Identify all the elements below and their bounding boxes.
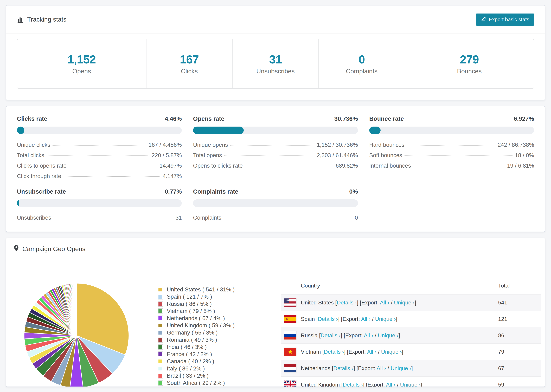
export-unique-link[interactable]: Unique › <box>394 300 415 306</box>
rates-grid: Clicks rate4.46%Unique clicks167 / 4.456… <box>17 115 534 225</box>
rate-section-title: Bounce rate <box>369 115 404 122</box>
rate-detail-label: Click through rate <box>17 173 61 179</box>
stat-label: Clicks <box>181 68 198 75</box>
bracket-text: ] <box>415 300 416 306</box>
bracket-text: ] <box>363 382 366 387</box>
rate-detail-row: Clicks to opens rate14.497% <box>17 162 182 169</box>
export-unique-link[interactable]: Unique › <box>375 316 396 322</box>
bracket-text: ] <box>399 332 400 338</box>
legend-item: South Africa ( 29 / 2% ) <box>158 379 235 386</box>
export-unique-link[interactable]: Unique › <box>378 332 399 338</box>
country-name: United Kingdom <box>301 382 341 387</box>
rate-detail-row: Hard bounces242 / 86.738% <box>369 142 534 148</box>
rate-detail-value: 14.497% <box>160 162 182 169</box>
legend-item: Romania ( 49 / 3% ) <box>158 336 235 343</box>
details-link[interactable]: Details › <box>343 382 363 387</box>
table-row: Spain [Details ›] [Export: All › / Uniqu… <box>281 311 541 327</box>
progress-bar <box>369 126 534 134</box>
table-row: United Kingdom [Details ›] [Export: All … <box>281 376 541 387</box>
rate-section: Clicks rate4.46%Unique clicks167 / 4.456… <box>17 115 182 183</box>
bracket-text: ] <box>341 332 344 338</box>
rate-detail-value: 31 <box>176 215 182 221</box>
export-all-link[interactable]: All › <box>364 332 373 338</box>
separator-text: / <box>396 382 400 387</box>
rate-detail-label: Total clicks <box>17 152 44 159</box>
stat-value: 1,152 <box>68 53 96 66</box>
geo-opens-pie-chart <box>23 282 130 387</box>
rates-card: Clicks rate4.46%Unique clicks167 / 4.456… <box>6 106 545 232</box>
stat-label: Bounces <box>457 68 482 75</box>
geo-opens-card: Campaign Geo Opens United States ( 541 /… <box>6 238 545 387</box>
country-flag-es <box>284 315 296 323</box>
legend-swatch <box>158 337 163 343</box>
rate-section-head: Bounce rate6.927% <box>369 115 534 122</box>
table-row: United States [Details ›] [Export: All ›… <box>281 294 541 311</box>
legend-label: France ( 42 / 2% ) <box>167 351 212 357</box>
dotted-leader <box>69 166 157 166</box>
details-link[interactable]: Details › <box>318 316 338 322</box>
export-unique-link[interactable]: Unique › <box>400 382 421 387</box>
stat-box-unsubscribes: 31Unsubscribes <box>233 39 319 88</box>
geo-opens-legend: United States ( 541 / 31% )Spain ( 121 /… <box>158 286 235 386</box>
export-all-link[interactable]: All › <box>361 316 370 322</box>
legend-swatch <box>158 359 163 364</box>
country-flag-nl <box>284 364 296 372</box>
export-unique-link[interactable]: Unique › <box>381 349 402 355</box>
bracket-text: [ <box>335 300 337 306</box>
rate-detail-row: Unsubscribes31 <box>17 215 182 221</box>
export-all-link[interactable]: All › <box>367 349 376 355</box>
row-total: 79 <box>498 349 541 355</box>
country-cell: United Kingdom [Details ›] [Export: All … <box>301 382 498 387</box>
rate-detail-value: 19 / 6.81% <box>507 162 534 169</box>
export-all-link[interactable]: All › <box>380 300 389 306</box>
legend-label: United States ( 541 / 31% ) <box>167 286 235 293</box>
legend-swatch <box>158 330 163 335</box>
legend-label: Brazil ( 33 / 2% ) <box>167 372 209 379</box>
export-all-link[interactable]: All › <box>377 365 386 371</box>
bracket-text: ] <box>402 349 403 355</box>
rate-detail-value: 1,152 / 30.736% <box>317 142 358 148</box>
country-name: Spain <box>301 316 316 322</box>
country-cell: United States [Details ›] [Export: All ›… <box>301 300 498 306</box>
separator-text: / <box>376 349 381 355</box>
legend-swatch <box>158 351 163 357</box>
country-cell: Spain [Details ›] [Export: All › / Uniqu… <box>301 316 498 322</box>
stat-box-complaints: 0Complaints <box>319 39 405 88</box>
rate-detail-label: Unique opens <box>193 142 228 148</box>
row-total: 67 <box>498 365 541 371</box>
export-all-link[interactable]: All › <box>386 382 396 387</box>
table-row: Russia [Details ›] [Export: All › / Uniq… <box>281 327 541 343</box>
progress-bar <box>17 199 182 207</box>
dotted-leader <box>224 218 352 218</box>
bracket-text: [ <box>322 349 324 355</box>
bracket-text: ] <box>357 300 360 306</box>
details-link[interactable]: Details › <box>321 332 341 338</box>
stat-label: Complaints <box>346 68 377 75</box>
page-title-text: Tracking stats <box>27 16 66 23</box>
legend-item: United Kingdom ( 59 / 3% ) <box>158 322 235 329</box>
rate-section-value: 30.736% <box>334 115 358 122</box>
legend-swatch <box>158 287 163 292</box>
legend-item: France ( 42 / 2% ) <box>158 351 235 358</box>
legend-label: India ( 46 / 3% ) <box>167 344 207 350</box>
details-link[interactable]: Details › <box>324 349 344 355</box>
export-unique-link[interactable]: Unique › <box>391 365 411 371</box>
dotted-leader <box>47 155 149 156</box>
details-link[interactable]: Details › <box>333 365 353 371</box>
legend-item: Canada ( 40 / 2% ) <box>158 358 235 365</box>
legend-label: Vietnam ( 79 / 5% ) <box>167 308 215 314</box>
rate-detail-value: 18 / 0% <box>515 152 534 159</box>
rate-section-value: 6.927% <box>514 115 534 122</box>
rate-detail-label: Clicks to opens rate <box>17 162 67 169</box>
row-total: 59 <box>498 382 541 387</box>
geo-opens-body: United States ( 541 / 31% )Spain ( 121 /… <box>6 260 545 387</box>
details-link[interactable]: Details › <box>337 300 357 306</box>
stats-summary-row: 1,152Opens167Clicks31Unsubscribes0Compla… <box>17 39 534 89</box>
separator-text: / <box>370 316 375 322</box>
export-basic-stats-button[interactable]: Export basic stats <box>476 14 534 26</box>
tracking-stats-header: Tracking stats Export basic stats <box>6 6 545 34</box>
rate-detail-row: Total clicks220 / 5.87% <box>17 152 182 159</box>
rate-detail-value: 689.82% <box>336 162 358 169</box>
country-flag-vn <box>284 348 296 356</box>
bar-chart-icon <box>17 16 24 23</box>
